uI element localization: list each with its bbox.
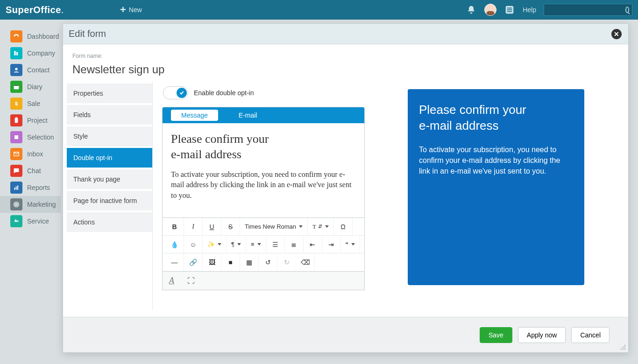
image-icon[interactable]: 🖼 bbox=[203, 253, 221, 271]
font-family-select[interactable]: Times New Roman bbox=[240, 218, 308, 236]
apply-button[interactable]: Apply now bbox=[518, 327, 566, 343]
nav-company[interactable]: Company bbox=[0, 45, 61, 62]
menu-icon[interactable] bbox=[504, 4, 515, 15]
hr-icon[interactable]: — bbox=[165, 253, 184, 271]
nav-chat[interactable]: Chat bbox=[0, 162, 61, 179]
form-name-label: Form name: bbox=[72, 53, 619, 59]
tab-fields[interactable]: Fields bbox=[67, 105, 152, 125]
new-label: New bbox=[129, 6, 142, 14]
redo-icon[interactable]: ↻ bbox=[277, 253, 296, 271]
help-link[interactable]: Help bbox=[523, 6, 536, 14]
svg-rect-11 bbox=[15, 117, 17, 119]
nav-dashboard[interactable]: Dashboard bbox=[0, 28, 61, 45]
service-icon bbox=[10, 215, 22, 227]
message-card: Message E-mail Please confirm youre-mail… bbox=[162, 107, 365, 218]
preview-panel: Please confirm youre-mail address To act… bbox=[408, 89, 584, 285]
nav-selection[interactable]: Selection bbox=[0, 129, 61, 146]
sale-icon: $ bbox=[10, 98, 22, 110]
plus-icon: + bbox=[120, 4, 126, 16]
cancel-button[interactable]: Cancel bbox=[571, 327, 610, 343]
left-sidebar: Dashboard Company Contact Diary $Sale Pr… bbox=[0, 20, 61, 230]
indent-icon[interactable]: ⇥ bbox=[322, 236, 341, 253]
check-icon bbox=[177, 88, 187, 98]
nav-diary[interactable]: Diary bbox=[0, 78, 61, 95]
inbox-icon bbox=[10, 148, 22, 160]
svg-rect-10 bbox=[15, 118, 18, 123]
reports-icon bbox=[10, 182, 22, 194]
rich-text-editor[interactable]: Please confirm youre-mail address To act… bbox=[163, 123, 364, 217]
modal-title: Edit form bbox=[69, 28, 106, 39]
new-button[interactable]: + New bbox=[120, 4, 142, 16]
svg-rect-1 bbox=[507, 7, 512, 8]
nav-project[interactable]: Project bbox=[0, 112, 61, 129]
project-icon bbox=[10, 114, 22, 126]
text-color-icon[interactable]: A bbox=[169, 276, 174, 286]
fullscreen-icon[interactable]: ⛶ bbox=[187, 277, 195, 285]
tab-properties[interactable]: Properties bbox=[67, 84, 152, 103]
svg-rect-8 bbox=[14, 84, 19, 86]
tab-thank-you[interactable]: Thank you page bbox=[67, 169, 152, 189]
svg-rect-5 bbox=[16, 52, 18, 55]
form-name-value[interactable]: Newsletter sign up bbox=[72, 63, 619, 76]
paragraph-icon[interactable]: ¶ bbox=[227, 236, 246, 253]
tab-inactive-form[interactable]: Page for inactive form bbox=[67, 191, 152, 210]
table-icon[interactable]: ▦ bbox=[240, 253, 259, 271]
tab-message[interactable]: Message bbox=[171, 110, 218, 121]
unordered-list-icon[interactable]: ≣ bbox=[285, 236, 304, 253]
emoji-icon[interactable]: ☺ bbox=[184, 236, 203, 253]
svg-text:$: $ bbox=[15, 101, 18, 106]
underline-icon[interactable]: U bbox=[203, 218, 221, 236]
edit-form-modal: Edit form ✕ Form name: Newsletter sign u… bbox=[63, 23, 629, 353]
search-icon bbox=[625, 7, 629, 13]
bold-icon[interactable]: B bbox=[165, 218, 184, 236]
italic-icon[interactable]: I bbox=[184, 218, 203, 236]
nav-inbox[interactable]: Inbox bbox=[0, 146, 61, 162]
user-avatar[interactable] bbox=[484, 4, 496, 16]
search-input[interactable] bbox=[547, 7, 625, 14]
ordered-list-icon[interactable]: ☰ bbox=[266, 236, 285, 253]
double-opt-in-toggle[interactable] bbox=[163, 86, 188, 99]
magic-wand-icon[interactable]: ✨ bbox=[203, 236, 227, 253]
topbar: SuperOffice. + New Help bbox=[0, 0, 638, 20]
search-box[interactable] bbox=[544, 4, 632, 16]
svg-point-6 bbox=[15, 68, 17, 70]
ink-drop-icon[interactable]: 💧 bbox=[165, 236, 184, 253]
svg-rect-3 bbox=[507, 11, 512, 12]
nav-reports[interactable]: Reports bbox=[0, 179, 61, 196]
outdent-icon[interactable]: ⇤ bbox=[304, 236, 322, 253]
undo-icon[interactable]: ↺ bbox=[259, 253, 277, 271]
tab-style[interactable]: Style bbox=[67, 126, 152, 146]
tab-double-opt-in[interactable]: Double opt-in bbox=[67, 148, 152, 168]
video-icon[interactable]: ■ bbox=[221, 253, 240, 271]
form-section-tabs: Properties Fields Style Double opt-in Th… bbox=[63, 82, 153, 310]
brand-logo: SuperOffice. bbox=[6, 5, 64, 15]
align-icon[interactable]: ≡ bbox=[246, 236, 266, 253]
tab-actions[interactable]: Actions bbox=[67, 212, 152, 232]
toggle-label: Enable double opt-in bbox=[194, 89, 254, 97]
diary-icon bbox=[10, 81, 22, 93]
nav-marketing[interactable]: Marketing bbox=[0, 196, 61, 213]
nav-service[interactable]: Service bbox=[0, 213, 61, 230]
nav-sale[interactable]: $Sale bbox=[0, 95, 61, 112]
link-icon[interactable]: 🔗 bbox=[184, 253, 203, 271]
clear-format-icon[interactable]: ⌫ bbox=[296, 253, 315, 271]
selection-icon bbox=[10, 131, 22, 143]
notifications-icon[interactable] bbox=[466, 4, 477, 15]
editor-toolbar: B I U S Times New Roman T⇵ Ω 💧 ☺ ✨ ¶ ≡ bbox=[162, 218, 365, 272]
marketing-icon bbox=[10, 198, 22, 210]
save-button[interactable]: Save bbox=[480, 327, 512, 343]
quote-icon[interactable]: “ bbox=[341, 236, 361, 253]
nav-contact[interactable]: Contact bbox=[0, 62, 61, 78]
strikethrough-icon[interactable]: S bbox=[221, 218, 240, 236]
svg-rect-2 bbox=[507, 9, 512, 10]
svg-rect-15 bbox=[16, 186, 17, 189]
tab-email[interactable]: E-mail bbox=[239, 112, 257, 119]
close-icon[interactable]: ✕ bbox=[611, 29, 622, 39]
resize-grip-icon[interactable] bbox=[620, 344, 626, 350]
chat-icon bbox=[10, 165, 22, 177]
paragraph-format-select[interactable]: T⇵ bbox=[308, 218, 334, 236]
editor-toolbar-secondary: A ⛶ bbox=[162, 272, 365, 290]
modal-footer: Save Apply now Cancel bbox=[63, 317, 628, 352]
special-char-icon[interactable]: Ω bbox=[334, 218, 353, 236]
modal-header: Edit form ✕ bbox=[63, 24, 628, 44]
